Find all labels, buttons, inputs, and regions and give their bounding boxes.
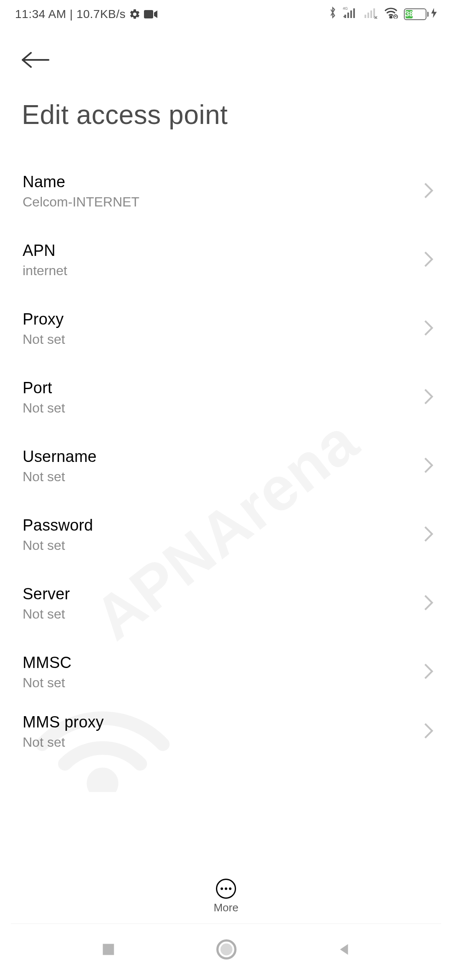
chevron-right-icon [424, 663, 434, 681]
svg-rect-7 [367, 13, 369, 18]
chevron-right-icon [424, 722, 434, 741]
field-value: Not set [23, 735, 104, 750]
field-label: MMSC [23, 654, 72, 672]
chevron-right-icon [424, 457, 434, 475]
page-title: Edit access point [0, 70, 452, 157]
field-password[interactable]: Password Not set [0, 500, 452, 569]
field-label: Port [23, 379, 65, 397]
field-mmsc[interactable]: MMSC Not set [0, 638, 452, 707]
chevron-right-icon [424, 251, 434, 269]
nav-back-button[interactable] [336, 941, 352, 958]
field-value: Not set [23, 400, 65, 416]
field-label: Password [23, 516, 93, 534]
chevron-right-icon [424, 388, 434, 407]
svg-rect-5 [353, 8, 355, 18]
chevron-right-icon [424, 526, 434, 544]
field-label: Proxy [23, 310, 65, 328]
chevron-right-icon [424, 182, 434, 201]
field-value: Not set [23, 332, 65, 347]
battery-indicator: 38 [404, 8, 437, 21]
system-nav-bar [0, 924, 452, 980]
svg-rect-4 [350, 10, 352, 18]
field-value: Celcom-INTERNET [23, 194, 139, 210]
field-label: APN [23, 242, 67, 260]
chevron-right-icon [424, 594, 434, 613]
field-value: Not set [23, 675, 72, 691]
svg-point-10 [390, 16, 392, 18]
svg-rect-6 [365, 15, 366, 18]
status-time: 11:34 AM | 10.7KB/s [15, 8, 126, 21]
svg-rect-3 [347, 13, 349, 18]
wifi-icon [384, 7, 398, 21]
svg-rect-0 [144, 10, 153, 18]
status-bar: 11:34 AM | 10.7KB/s 4G 38 [0, 0, 452, 26]
signal-4g-icon: 4G [343, 6, 358, 22]
field-apn[interactable]: APN internet [0, 226, 452, 294]
field-username[interactable]: Username Not set [0, 432, 452, 500]
charging-icon [431, 8, 437, 21]
field-proxy[interactable]: Proxy Not set [0, 294, 452, 363]
nav-home-button[interactable] [216, 939, 237, 960]
field-value: internet [23, 263, 67, 279]
gear-icon [129, 8, 141, 20]
field-label: Name [23, 173, 139, 191]
apn-settings-list: Name Celcom-INTERNET APN internet Proxy … [0, 157, 452, 871]
field-port[interactable]: Port Not set [0, 363, 452, 432]
field-mms-proxy[interactable]: MMS proxy Not set [0, 707, 452, 757]
camera-icon [144, 9, 157, 19]
field-label: MMS proxy [23, 713, 104, 731]
back-button[interactable] [21, 52, 50, 68]
svg-text:4G: 4G [343, 6, 348, 10]
svg-point-15 [221, 944, 233, 956]
more-label: More [213, 901, 238, 914]
nav-recent-button[interactable] [100, 941, 117, 958]
chevron-right-icon [424, 320, 434, 338]
field-value: Not set [23, 538, 93, 553]
svg-rect-13 [103, 944, 114, 955]
field-label: Server [23, 585, 70, 603]
svg-rect-2 [344, 15, 346, 18]
svg-rect-8 [370, 10, 372, 18]
signal-none-icon [364, 6, 378, 22]
field-value: Not set [23, 606, 70, 622]
field-server[interactable]: Server Not set [0, 569, 452, 638]
bluetooth-icon [329, 6, 337, 22]
field-value: Not set [23, 469, 97, 485]
field-label: Username [23, 448, 97, 466]
field-name[interactable]: Name Celcom-INTERNET [0, 157, 452, 226]
more-button[interactable] [216, 879, 236, 899]
